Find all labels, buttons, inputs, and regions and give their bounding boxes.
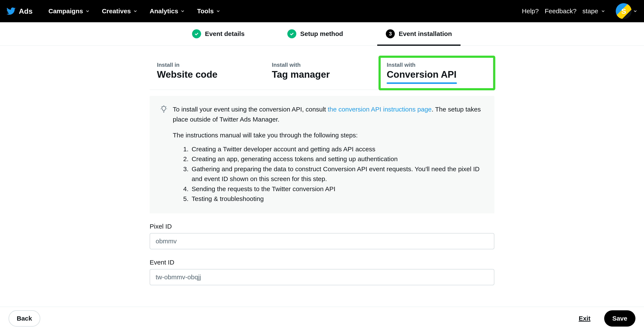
chevron-down-icon	[601, 9, 606, 13]
step-label: Setup method	[300, 30, 343, 37]
avatar-letter: S	[621, 7, 626, 15]
exit-button[interactable]: Exit	[571, 310, 598, 327]
info-box: To install your event using the conversi…	[150, 96, 494, 213]
account-label: stape	[582, 7, 598, 15]
step-event-installation[interactable]: 3 Event installation	[377, 22, 460, 45]
tab-pretitle: Install in	[150, 62, 264, 68]
chevron-down-icon	[133, 9, 138, 13]
check-icon	[287, 29, 296, 38]
twitter-icon	[6, 6, 16, 16]
instructions-link[interactable]: the conversion API instructions page	[328, 106, 432, 113]
info-lead: To install your event using the conversi…	[173, 104, 484, 124]
nav-campaigns[interactable]: Campaigns	[44, 7, 95, 15]
help-link[interactable]: Help?	[522, 7, 539, 15]
tab-title: Website code	[150, 69, 264, 80]
svg-line-4	[166, 107, 166, 107]
step-setup-method[interactable]: Setup method	[279, 22, 352, 45]
install-tabs: Install in Website code Install with Tag…	[150, 56, 494, 90]
tab-title: Tag manager	[264, 69, 380, 80]
nav-label: Tools	[197, 7, 214, 15]
step-event-details[interactable]: Event details	[184, 22, 253, 45]
info-step: Gathering and preparing the data to cons…	[190, 164, 484, 184]
tab-title: Conversion API	[380, 69, 494, 84]
nav-label: Analytics	[150, 7, 178, 15]
field-pixel-id: Pixel ID	[150, 223, 494, 249]
steps-bar: Event details Setup method 3 Event insta…	[0, 22, 644, 46]
info-step: Sending the requests to the Twitter conv…	[190, 184, 484, 194]
back-button[interactable]: Back	[8, 310, 40, 327]
nav-label: Campaigns	[48, 7, 83, 15]
top-nav: Ads Campaigns Creatives Analytics Tools …	[0, 0, 644, 22]
info-step: Testing & troubleshooting	[190, 194, 484, 204]
svg-line-3	[161, 107, 162, 107]
info-step: Creating a Twitter developer account and…	[190, 144, 484, 154]
pixel-id-input[interactable]	[150, 233, 494, 249]
tab-pretitle: Install with	[264, 62, 380, 68]
nav-analytics[interactable]: Analytics	[145, 7, 190, 15]
step-label: Event installation	[399, 30, 452, 37]
info-step: Creating an app, generating access token…	[190, 154, 484, 164]
info-text-pre: To install your event using the conversi…	[173, 106, 328, 113]
nav-tools[interactable]: Tools	[192, 7, 225, 15]
main-content: Install in Website code Install with Tag…	[150, 56, 494, 285]
info-steps-list: Creating a Twitter developer account and…	[173, 144, 484, 204]
field-label: Pixel ID	[150, 223, 494, 230]
event-id-input[interactable]	[150, 269, 494, 285]
brand-block[interactable]: Ads	[6, 6, 32, 16]
brand-text: Ads	[19, 7, 32, 15]
tab-pretitle: Install with	[380, 62, 494, 68]
chevron-down-icon	[180, 9, 185, 13]
footer-bar: Back Exit Save	[0, 307, 644, 330]
lightbulb-icon	[160, 105, 168, 113]
check-icon	[192, 29, 201, 38]
tab-website-code[interactable]: Install in Website code	[150, 56, 264, 89]
field-event-id: Event ID	[150, 259, 494, 285]
feedback-link[interactable]: Feedback?	[545, 7, 576, 15]
info-subhead: The instructions manual will take you th…	[173, 130, 484, 140]
chevron-down-icon	[633, 9, 638, 13]
tab-tag-manager[interactable]: Install with Tag manager	[264, 56, 380, 89]
account-dropdown[interactable]: stape	[582, 7, 606, 15]
nav-label: Creatives	[102, 7, 131, 15]
chevron-down-icon	[216, 9, 220, 13]
avatar-menu[interactable]: S	[616, 3, 638, 19]
step-number-badge: 3	[386, 29, 395, 38]
chevron-down-icon	[85, 9, 90, 13]
step-label: Event details	[205, 30, 244, 37]
avatar: S	[616, 3, 632, 19]
tab-conversion-api[interactable]: Install with Conversion API	[380, 56, 494, 89]
save-button[interactable]: Save	[604, 310, 636, 327]
field-label: Event ID	[150, 259, 494, 266]
nav-creatives[interactable]: Creatives	[97, 7, 142, 15]
